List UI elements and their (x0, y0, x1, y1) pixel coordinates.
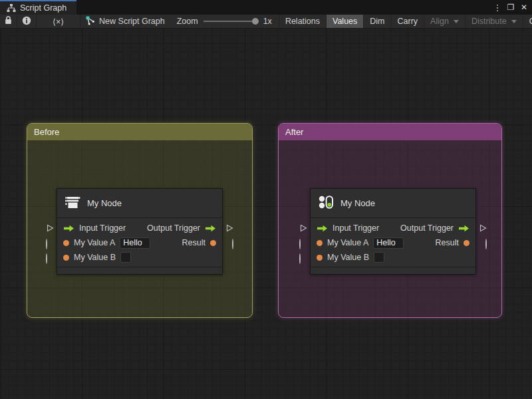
node-title: My Node (340, 198, 375, 208)
external-value-in-port[interactable] (46, 254, 47, 263)
graph-title: New Script Graph (80, 15, 170, 28)
node-area-after: My Node Input Trigger Output Trigger (310, 188, 476, 275)
value-a-field[interactable] (120, 237, 150, 249)
input-trigger-port[interactable]: Input Trigger (317, 223, 379, 233)
value-b-row: My Value B (63, 250, 216, 265)
window-controls: ⋮ ❐ ✕ (492, 0, 532, 15)
value-a-port[interactable]: My Value A (63, 237, 150, 249)
trigger-row: Input Trigger Output Trigger (317, 221, 469, 235)
close-icon[interactable]: ✕ (519, 2, 529, 13)
external-trigger-in-port[interactable] (299, 224, 307, 234)
code-icon: ⟨×⟩ (53, 17, 64, 27)
node-area-before: My Node Input Trigger Output Trigger (57, 188, 223, 275)
value-port-icon (63, 255, 69, 261)
zoom-slider[interactable] (203, 21, 258, 22)
external-value-out-port[interactable] (485, 239, 487, 249)
tab-script-graph[interactable]: Script Graph (0, 0, 76, 15)
value-b-port[interactable]: My Value B (317, 252, 384, 263)
value-b-field[interactable] (120, 252, 131, 263)
value-a-field[interactable] (373, 237, 404, 249)
group-after-header[interactable]: After (279, 124, 501, 140)
output-trigger-port[interactable]: Output Trigger (400, 223, 469, 233)
graph-toolbar: ⟨×⟩ New Script Graph Zoom 1x Relations V… (0, 15, 532, 29)
value-port-icon (63, 240, 69, 246)
node-before-body: Input Trigger Output Trigger My Valu (57, 218, 222, 265)
flow-arrow-icon (317, 225, 328, 232)
value-port-icon (210, 240, 216, 246)
values-button[interactable]: Values (327, 15, 364, 28)
value-b-label: My Value B (327, 253, 369, 262)
value-port-icon (317, 240, 323, 246)
script-graph-asset-icon (86, 16, 95, 27)
node-footer (311, 267, 475, 274)
graph-canvas[interactable]: Before After (0, 29, 532, 399)
result-port[interactable]: Result (436, 238, 469, 247)
script-graph-window: Script Graph ⋮ ❐ ✕ (0, 0, 532, 399)
value-b-port[interactable]: My Value B (63, 252, 131, 263)
external-trigger-out-port[interactable] (225, 224, 233, 234)
info-button[interactable] (17, 15, 37, 28)
output-trigger-label: Output Trigger (400, 223, 454, 233)
external-value-out-port[interactable] (232, 239, 233, 249)
carry-button[interactable]: Carry (392, 15, 425, 28)
input-trigger-port[interactable]: Input Trigger (63, 223, 126, 233)
maximize-icon[interactable]: ❐ (505, 2, 516, 13)
custom-unit-icon (317, 194, 334, 213)
external-value-in-port[interactable] (299, 254, 301, 263)
node-before[interactable]: My Node Input Trigger Output Trigger (57, 188, 223, 275)
value-a-row: My Value A Result (63, 235, 216, 250)
zoom-slider-knob[interactable] (252, 18, 259, 25)
output-trigger-label: Output Trigger (147, 223, 200, 233)
graph-hierarchy-icon (7, 4, 16, 12)
chevron-down-icon (511, 20, 517, 23)
node-before-header: My Node (57, 189, 222, 218)
output-trigger-port[interactable]: Output Trigger (147, 223, 216, 233)
value-b-field[interactable] (374, 252, 384, 263)
overview-button[interactable]: Overview (523, 15, 532, 28)
value-port-icon (317, 255, 323, 261)
input-trigger-label: Input Trigger (332, 223, 379, 233)
flow-arrow-icon (205, 225, 216, 232)
zoom-control: Zoom 1x (170, 15, 279, 28)
value-a-label: My Value A (74, 238, 115, 247)
lock-icon (5, 16, 12, 27)
dim-button[interactable]: Dim (364, 15, 391, 28)
value-port-icon (464, 240, 469, 246)
node-footer (57, 267, 222, 274)
external-trigger-out-port[interactable] (479, 224, 487, 234)
align-dropdown[interactable]: Align (424, 15, 466, 28)
zoom-value: 1x (263, 17, 272, 26)
flow-arrow-icon (458, 225, 469, 232)
flow-arrow-icon (63, 225, 74, 232)
lock-button[interactable] (0, 15, 17, 28)
zoom-label: Zoom (177, 17, 198, 26)
trigger-row: Input Trigger Output Trigger (63, 221, 216, 235)
external-trigger-in-port[interactable] (46, 224, 54, 234)
external-value-in-port[interactable] (299, 239, 301, 249)
result-label: Result (436, 238, 459, 247)
info-icon (22, 16, 31, 27)
value-a-label: My Value A (327, 238, 368, 247)
node-after-body: Input Trigger Output Trigger My Valu (311, 218, 475, 265)
value-b-row: My Value B (317, 250, 469, 265)
group-after-label: After (285, 127, 303, 137)
relations-button[interactable]: Relations (279, 15, 327, 28)
distribute-dropdown[interactable]: Distribute (466, 15, 523, 28)
tab-bar: Script Graph ⋮ ❐ ✕ (0, 0, 532, 15)
result-port[interactable]: Result (182, 238, 216, 247)
group-before-label: Before (34, 127, 59, 137)
value-a-port[interactable]: My Value A (317, 237, 404, 249)
result-label: Result (182, 238, 205, 247)
code-view-button[interactable]: ⟨×⟩ (37, 15, 80, 28)
node-after[interactable]: My Node Input Trigger Output Trigger (310, 188, 476, 275)
external-value-in-port[interactable] (46, 239, 47, 249)
align-label: Align (430, 17, 449, 26)
distribute-label: Distribute (471, 17, 507, 26)
window-menu-icon[interactable]: ⋮ (492, 2, 503, 13)
node-after-header: My Node (311, 189, 475, 218)
graph-name-label: New Script Graph (99, 17, 165, 26)
node-title: My Node (87, 198, 122, 208)
group-before-header[interactable]: Before (27, 124, 252, 140)
value-b-label: My Value B (74, 253, 116, 262)
value-a-row: My Value A Result (317, 235, 469, 250)
